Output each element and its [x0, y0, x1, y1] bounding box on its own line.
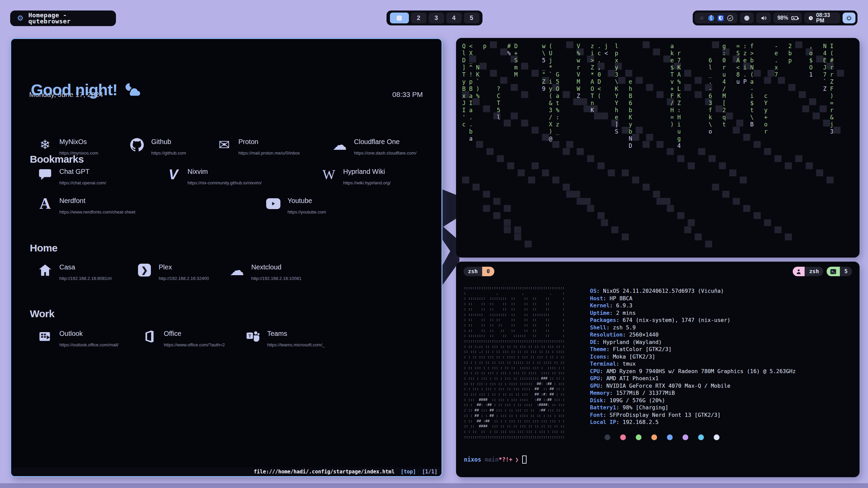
statusbar-tab-counter: [1/1]: [422, 469, 437, 474]
plex-chevron-icon: ❯: [137, 263, 152, 278]
fetch-terminal-window[interactable]: zsh 0 zsh >_ 5 :::::::::::::::::::::::::…: [456, 262, 860, 477]
link-title: Proton: [238, 137, 300, 146]
tmux-right-shell: zsh: [805, 267, 823, 276]
matrix-terminal-window[interactable]: ██ ██ ██ ██ ██ ██ ██ ██ ██: [456, 38, 860, 258]
link-chat-gpt[interactable]: Chat GPThttps://chat.openai.com/: [38, 167, 106, 185]
fetch-info-line: DE: Hyprland (Wayland): [590, 339, 796, 346]
palette-dot-2: [636, 434, 642, 440]
battery-group[interactable]: 98%: [773, 13, 802, 23]
fetch-info-value: : Hyprland (Wayland): [596, 339, 662, 345]
fetch-info-line: Font: SFProDisplay Nerd Font 13 [GTK2/3]: [590, 411, 796, 419]
link-proton[interactable]: ✉Protonhttps://mail.proton.me/u/0/inbox: [217, 137, 300, 156]
fetch-info-value: : 2 mins: [610, 310, 636, 316]
clock-group[interactable]: 08:33 PM: [804, 13, 840, 23]
workspace-button-4[interactable]: 4: [446, 13, 462, 23]
workspace-button-2[interactable]: 2: [411, 13, 427, 23]
palette-dot-0: [605, 434, 610, 440]
active-window-title-pill[interactable]: ⚙ Homepage - qutebrowser: [10, 11, 116, 26]
qutebrowser-statusbar[interactable]: file:///home/hadi/.config/startpage/inde…: [11, 467, 441, 476]
link-url: https://wiki.hyprland.org/: [343, 180, 391, 185]
fetch-info-list: OS: NixOS 24.11.20240612.57d6973 (Vicuña…: [590, 287, 796, 426]
link-outlook[interactable]: Outlookhttps://outlook.office.com/mail/: [38, 329, 119, 347]
workspace-button-5[interactable]: 5: [464, 13, 479, 23]
link-office[interactable]: Officehttps://www.office.com/?auth=2: [142, 329, 225, 347]
terminal-color-palette: [605, 434, 719, 440]
link-url: https://nix-community.github.io/nixvim/: [188, 180, 262, 185]
link-url: https://www.office.com/?auth=2: [164, 342, 225, 347]
fetch-info-value: : 192.168.2.5: [616, 419, 658, 425]
startpage-time: 08:33 PM: [392, 90, 423, 99]
fetch-info-line: Disk: 109G / 576G (20%): [590, 397, 796, 404]
link-teams[interactable]: TTeamshttps://teams.microsoft.com/_: [245, 329, 325, 347]
fetch-info-value: : HP 8BCA: [603, 295, 633, 302]
check-circle-icon[interactable]: [727, 15, 733, 21]
link-cloudflare-one[interactable]: ☁Cloudflare Onehttps://one.dash.cloudfla…: [332, 137, 416, 156]
cloud-icon: ☁: [332, 137, 347, 152]
link-url: https://github.com: [151, 150, 186, 156]
workspace-button-3[interactable]: 3: [429, 13, 444, 23]
volume-group[interactable]: [756, 13, 771, 23]
charging-bolt-icon: [791, 16, 797, 22]
palette-dot-1: [620, 434, 626, 440]
moon-cloud-icon: [123, 82, 141, 97]
tmux-left-status[interactable]: zsh 0: [463, 266, 494, 277]
link-nerdfont[interactable]: ANerdfonthttps://www.nerdfonts.com/cheat…: [38, 196, 135, 215]
startpage: Monday, June 17, 2024 08:33 PM Good nigh…: [11, 39, 441, 476]
tray-group[interactable]: [695, 13, 737, 23]
fetch-info-value: : 1577MiB / 31377MiB: [610, 390, 675, 396]
terminal-icon: >_: [827, 267, 840, 276]
section-heading-home: Home: [30, 242, 57, 254]
link-mynixos[interactable]: ❄MyNixOshttps://mynixos.com: [38, 137, 98, 156]
clock-icon: [808, 15, 813, 21]
mail-envelope-icon: ✉: [217, 137, 232, 152]
link-title: Outlook: [59, 329, 119, 338]
fetch-info-label: Terminal: [590, 361, 616, 367]
fetch-info-value: : 674 (nix-system), 1747 (nix-user): [616, 317, 730, 323]
statusbar-scroll-position: [top]: [401, 469, 416, 474]
fetch-info-label: Uptime: [590, 310, 610, 316]
fetch-info-line: OS: NixOS 24.11.20240612.57d6973 (Vicuña…: [590, 287, 796, 295]
fetch-info-label: OS: [590, 288, 596, 294]
fetch-info-label: Packages: [590, 317, 616, 323]
link-casa[interactable]: Casahttp://192.168.2.16:8081/#/: [38, 263, 112, 281]
link-github[interactable]: Githubhttps://github.com: [130, 137, 186, 156]
tmux-status-bar: zsh 0 zsh >_ 5: [463, 266, 852, 277]
link-hyprland-wiki[interactable]: WHyprland Wikihttps://wiki.hyprland.org/: [321, 167, 391, 185]
shell-prompt[interactable]: nixos main *?!+ ❯: [464, 455, 527, 464]
tmux-window-index: 0: [482, 267, 494, 276]
palette-dot-7: [714, 434, 719, 440]
fetch-info-value: : tmux: [616, 361, 636, 367]
youtube-icon: [266, 196, 281, 211]
shield-icon[interactable]: [717, 15, 724, 21]
fetch-info-line: Local IP: 192.168.2.5: [590, 419, 796, 426]
link-url: https://teams.microsoft.com/_: [267, 342, 325, 347]
palette-dot-6: [698, 434, 704, 440]
fetch-info-label: Theme: [590, 346, 606, 352]
link-youtube[interactable]: Youtubehttps://youtube.com: [266, 196, 326, 215]
text-cursor: [522, 455, 527, 464]
workspace-button-1[interactable]: [390, 13, 409, 23]
qutebrowser-window[interactable]: Monday, June 17, 2024 08:33 PM Good nigh…: [10, 38, 442, 477]
tmux-shell-name: zsh: [463, 267, 482, 276]
fetch-info-label: Font: [590, 412, 603, 418]
power-icon: [846, 15, 852, 21]
fetch-info-value: : FlatColor [GTK2/3]: [606, 346, 672, 352]
battery-percent: 98%: [777, 15, 788, 21]
link-nextcloud[interactable]: ☁Nextcloudhttp://192.168.2.16:10081: [230, 263, 301, 281]
link-title: Github: [151, 137, 186, 146]
tmux-right-status[interactable]: zsh >_ 5: [793, 266, 852, 277]
font-a-icon: A: [38, 196, 53, 211]
link-title: Cloudflare One: [354, 137, 416, 146]
bluetooth-icon[interactable]: [708, 15, 714, 21]
link-plex[interactable]: ❯Plexhttp://192.168.2.16:32400: [137, 263, 209, 281]
link-nixvim[interactable]: VNixvimhttps://nix-community.github.io/n…: [166, 167, 262, 185]
fetch-info-value: : 868×488: [623, 331, 658, 338]
clock-time: 08:33 PM: [816, 13, 836, 23]
system-status-pill: 98% 08:33 PM: [693, 11, 857, 25]
record-dot-group[interactable]: [740, 13, 754, 23]
fetch-info-value: : Moka [GTK2/3]: [606, 353, 655, 360]
fetch-info-label: Resolution: [590, 331, 623, 338]
fetch-info-label: Icons: [590, 353, 606, 360]
svg-text:T: T: [249, 333, 251, 339]
power-button[interactable]: [843, 13, 855, 23]
